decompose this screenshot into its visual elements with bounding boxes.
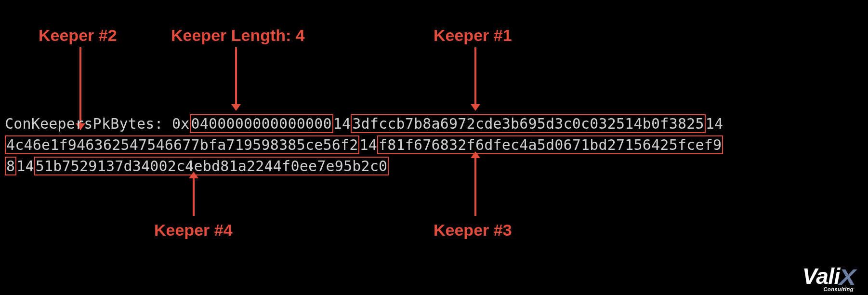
label-keeper-1: Keeper #1 [434, 27, 512, 43]
logo-text-vali: Vali [802, 264, 840, 289]
logo-valix: ValiX Consulting [802, 265, 855, 287]
diagram-page: Keeper #2 Keeper Length: 4 Keeper #1 Kee… [0, 0, 868, 295]
hex-sep-3: 14 [359, 136, 377, 153]
hex-sep-4: 14 [16, 158, 34, 174]
box-keeper-length: 0400000000000000 [190, 114, 333, 133]
logo-subtext: Consulting [824, 287, 854, 292]
box-keeper-3-part-b: 8 [5, 157, 16, 175]
arrow-keeper-4 [193, 177, 195, 216]
arrow-keeper-2 [79, 47, 81, 124]
box-keeper-2: 4c46e1f946362547546677bfa719598385ce56f2 [5, 135, 359, 154]
arrow-keeper-length [235, 47, 237, 105]
label-keeper-2: Keeper #2 [39, 27, 117, 43]
logo-text-x: X [839, 266, 856, 288]
box-keeper-3-part-a: f81f676832f6dfec4a5d0671bd27156425fcef9 [377, 135, 723, 154]
label-keeper-3: Keeper #3 [434, 222, 512, 238]
hex-sep-2: 14 [706, 115, 723, 132]
label-keeper-len: Keeper Length: 4 [171, 27, 305, 43]
box-keeper-1: 3dfccb7b8a6972cde3b695d3c0c032514b0f3825 [351, 114, 705, 133]
hex-block: ConKeepersPkBytes: 0x0400000000000000143… [5, 113, 863, 177]
hex-sep-1: 14 [333, 115, 351, 132]
hex-prefix: ConKeepersPkBytes: 0x [5, 115, 190, 132]
box-keeper-4: 51b7529137d34002c4ebd81a2244f0ee7e95b2c0 [34, 157, 389, 175]
arrow-keeper-1 [474, 47, 476, 105]
label-keeper-4: Keeper #4 [154, 222, 233, 238]
